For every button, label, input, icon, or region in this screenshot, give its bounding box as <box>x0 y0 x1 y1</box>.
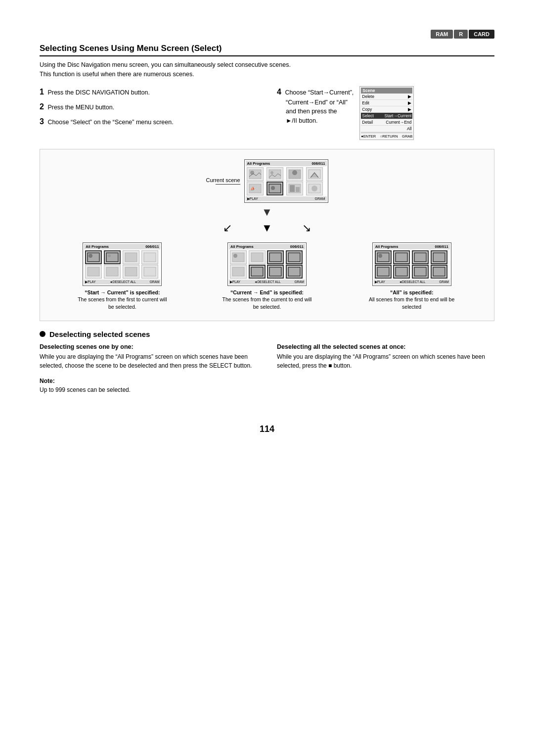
note-section: Note: Up to 999 scenes can be selected. <box>40 378 494 394</box>
bottom-screen-3: All Programs 006/011 ▶PLAY ◄DESELECT ALL <box>362 242 461 311</box>
svg-point-27 <box>233 254 237 258</box>
svg-point-5 <box>292 170 297 175</box>
svg-rect-23 <box>106 267 118 276</box>
down-arrow: ▼ <box>262 207 272 218</box>
cell-2 <box>267 167 283 181</box>
badge-row: RAM R CARD <box>40 30 494 39</box>
top-screen-mockup: All Programs 006/011 <box>244 159 328 203</box>
screen-1-header: All Programs 006/011 <box>84 244 160 249</box>
screen-small-1: All Programs 006/011 ▶PLAY ◄DESELECT ALL <box>83 242 162 286</box>
svg-rect-30 <box>288 253 300 262</box>
mini-menu-row-select: Select Start→Current <box>361 113 412 119</box>
step-3: 3 Choose “Select” on the “Scene” menu sc… <box>40 116 257 128</box>
body-text-one: While you are displaying the “All Progra… <box>40 352 257 371</box>
cell-5: ⛵ <box>247 182 264 195</box>
sc2-c1 <box>230 250 247 264</box>
mini-menu-title: Scene <box>361 88 412 94</box>
bottom-screen-2: All Programs 006/011 ▶PLAY ◄DESELECT ALL <box>218 242 316 311</box>
three-arrows-row: ↙ ▼ ↘ <box>223 222 311 235</box>
svg-rect-32 <box>251 267 263 276</box>
sc3-c1 <box>375 250 392 264</box>
step-3-text: Choose “Select” on the “Scene” menu scre… <box>47 119 173 126</box>
sc3-c3 <box>412 250 429 264</box>
diagram-area: Current scene All Programs 006/011 <box>40 149 494 321</box>
svg-rect-33 <box>269 267 281 276</box>
sc2-c5 <box>230 265 247 279</box>
sc1-c3 <box>123 250 139 264</box>
sc1-c7 <box>123 265 139 279</box>
svg-rect-20 <box>125 253 137 262</box>
svg-rect-21 <box>144 253 156 262</box>
svg-rect-42 <box>414 267 426 276</box>
sub-heading-all: Deselecting all the selected scenes at o… <box>277 343 494 350</box>
sc1-c1 <box>85 250 102 264</box>
screen-1-caption: “Start → Current” is specified: The scen… <box>75 289 169 311</box>
screen-3-footer: ▶PLAY ◄DESELECT ALL GRAM <box>374 280 450 284</box>
sc3-c8 <box>431 265 447 279</box>
bullet-section-label: Deselecting selected scenes <box>49 330 150 338</box>
badge-r: R <box>454 30 468 39</box>
svg-rect-38 <box>414 253 426 262</box>
step-1-text: Press the DISC NAVIGATION button. <box>47 89 150 96</box>
screen-1-footer: ▶PLAY ◄DESELECT ALL GRAM <box>84 280 160 284</box>
svg-rect-41 <box>396 267 407 276</box>
svg-text:⛵: ⛵ <box>250 186 255 191</box>
arrow-right: ↘ <box>302 222 311 235</box>
svg-rect-25 <box>144 267 156 276</box>
col-deselect-all: Deselecting all the selected scenes at o… <box>277 343 494 371</box>
steps-right: 4 Choose “Start→Current”, “Current→End” … <box>277 86 494 140</box>
svg-rect-37 <box>396 253 407 262</box>
step-4-text2: “Current→End” or “All” <box>286 99 348 106</box>
svg-rect-22 <box>88 267 99 276</box>
sc2-c7 <box>267 265 284 279</box>
sc1-c2 <box>104 250 121 264</box>
svg-point-3 <box>270 171 273 174</box>
sc1-c5 <box>85 265 102 279</box>
svg-rect-29 <box>269 253 281 262</box>
svg-rect-34 <box>288 267 300 276</box>
step-4: 4 Choose “Start→Current”, “Current→End” … <box>277 86 354 137</box>
step-1-number: 1 <box>40 88 44 96</box>
svg-rect-9 <box>269 184 281 193</box>
screen-small-2: All Programs 006/011 ▶PLAY ◄DESELECT ALL <box>227 242 307 286</box>
mini-menu: Scene Delete▶ Edit▶ Copy▶ Select Start→C… <box>359 86 414 140</box>
two-col-deselect: Deselecting scenes one by one: While you… <box>40 343 494 371</box>
svg-point-19 <box>108 254 111 257</box>
top-screen-grid: ⛵ <box>246 166 327 196</box>
page-number: 114 <box>40 424 494 434</box>
mini-menu-row-detail: Detail Current→End <box>361 119 412 126</box>
top-screen-header: All Programs 006/011 <box>246 161 327 166</box>
current-scene-label-block: Current scene <box>206 177 240 185</box>
step-1: 1 Press the DISC NAVIGATION button. <box>40 86 257 98</box>
sc3-c2 <box>393 250 410 264</box>
step-2-number: 2 <box>40 102 44 111</box>
svg-rect-13 <box>296 187 300 192</box>
step-4-text3: and then press the <box>286 108 337 115</box>
cell-7 <box>286 182 303 195</box>
sc3-c6 <box>393 265 410 279</box>
screen-2-header: All Programs 006/011 <box>229 244 305 249</box>
steps-container: 1 Press the DISC NAVIGATION button. 2 Pr… <box>40 86 494 140</box>
svg-rect-12 <box>290 185 295 192</box>
top-diagram-section: Current scene All Programs 006/011 <box>50 159 484 238</box>
badge-ram: RAM <box>431 30 453 39</box>
sc1-c8 <box>141 265 158 279</box>
screen-2-grid <box>229 249 305 280</box>
intro-text: Using the Disc Navigation menu screen, y… <box>40 60 494 79</box>
step-4-text1: Choose “Start→Current”, <box>285 89 354 96</box>
screen-2-caption: “Current → End” is specified: The scenes… <box>220 289 314 311</box>
screen-3-header: All Programs 006/011 <box>374 244 450 249</box>
sc2-c4 <box>286 250 303 264</box>
svg-rect-43 <box>433 267 445 276</box>
bullet-section: Deselecting selected scenes Deselecting … <box>40 330 494 394</box>
cell-1 <box>247 167 264 181</box>
bullet-dot <box>40 331 45 337</box>
arrow-left: ↙ <box>223 222 232 235</box>
screen-small-3: All Programs 006/011 ▶PLAY ◄DESELECT ALL <box>372 242 451 286</box>
current-scene-label-line <box>216 184 240 185</box>
current-scene-label: Current scene <box>206 177 240 183</box>
sc2-c2 <box>249 250 266 264</box>
cell-4 <box>306 167 323 181</box>
sc3-c5 <box>375 265 392 279</box>
screen-1-grid <box>84 249 160 280</box>
